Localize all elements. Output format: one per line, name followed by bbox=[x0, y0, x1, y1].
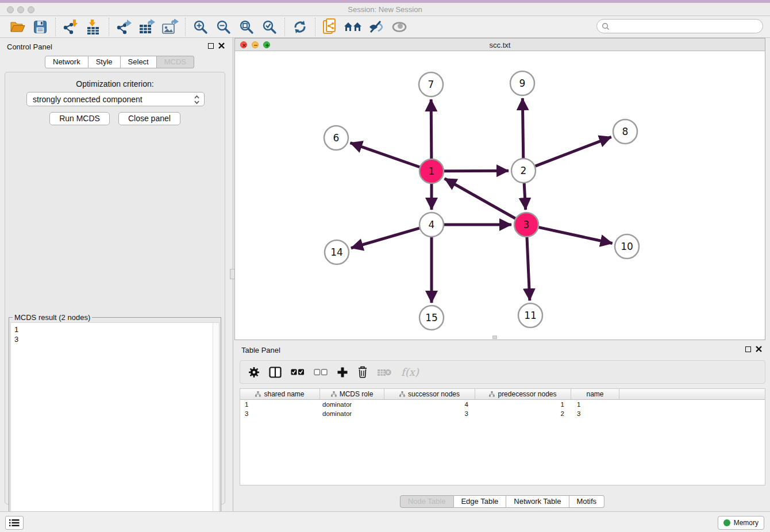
zoom-selected-icon bbox=[262, 20, 277, 34]
column-header-name[interactable]: name bbox=[571, 389, 619, 399]
edge-3-10[interactable] bbox=[538, 228, 612, 244]
table-row[interactable]: 1dominator411 bbox=[240, 400, 765, 409]
tab-style[interactable]: Style bbox=[88, 56, 121, 68]
network-window-titlebar[interactable]: scc.txt bbox=[235, 38, 765, 51]
tab-edge-table[interactable]: Edge Table bbox=[453, 495, 506, 508]
node-label: 3 bbox=[523, 219, 530, 230]
export-image-icon bbox=[161, 19, 179, 35]
node-label: 7 bbox=[428, 79, 434, 90]
show-panel-list-button[interactable] bbox=[5, 516, 24, 530]
edge-2-9[interactable] bbox=[522, 98, 523, 158]
graph-node-6[interactable]: 6 bbox=[324, 126, 348, 150]
home-button[interactable] bbox=[342, 17, 365, 37]
window-edge-strip bbox=[0, 0, 770, 3]
function-builder-button[interactable]: f(x) bbox=[401, 366, 419, 378]
save-session-button[interactable] bbox=[29, 17, 52, 37]
export-image-button[interactable] bbox=[159, 17, 182, 37]
table-cell-filler bbox=[619, 400, 765, 409]
table-cell: dominator bbox=[320, 400, 384, 409]
add-column-button[interactable] bbox=[337, 367, 348, 378]
plus-icon bbox=[337, 367, 348, 378]
network-view-title: scc.txt bbox=[235, 41, 765, 49]
graph-node-4[interactable]: 4 bbox=[419, 213, 444, 237]
export-table-button[interactable] bbox=[136, 17, 159, 37]
close-panel-icon[interactable] bbox=[218, 43, 225, 49]
import-network-icon bbox=[63, 19, 79, 35]
close-panel-button[interactable]: Close panel bbox=[118, 112, 180, 125]
delete-column-button[interactable] bbox=[357, 366, 368, 378]
result-scrollbar[interactable] bbox=[213, 323, 219, 532]
delete-table-button[interactable] bbox=[377, 367, 392, 377]
zoom-fit-button[interactable] bbox=[235, 17, 258, 37]
select-all-button[interactable] bbox=[291, 369, 305, 376]
tab-network[interactable]: Network bbox=[45, 56, 88, 68]
graph-node-2[interactable]: 2 bbox=[511, 159, 536, 183]
zoom-in-button[interactable] bbox=[189, 17, 212, 37]
edge-3-1[interactable] bbox=[445, 179, 515, 218]
criterion-select[interactable]: strongly connected component bbox=[26, 92, 205, 106]
tab-node-table[interactable]: Node Table bbox=[400, 495, 454, 508]
open-session-button[interactable] bbox=[6, 17, 29, 37]
graph-node-3[interactable]: 3 bbox=[514, 213, 538, 237]
graph-node-1[interactable]: 1 bbox=[419, 159, 444, 183]
homes-icon bbox=[344, 20, 363, 34]
graph-node-14[interactable]: 14 bbox=[325, 240, 349, 264]
import-network-button[interactable] bbox=[59, 17, 82, 37]
edge-1-7[interactable] bbox=[431, 99, 432, 159]
tab-select[interactable]: Select bbox=[121, 56, 157, 68]
table-panel: Table Panel bbox=[234, 342, 770, 510]
search-field[interactable] bbox=[596, 19, 763, 33]
list-icon bbox=[9, 519, 20, 527]
table-cell: 1 bbox=[240, 400, 320, 409]
float-table-panel-icon[interactable] bbox=[745, 346, 751, 352]
control-panel: Control Panel Network Style Select MCDS … bbox=[0, 38, 232, 511]
hide-panels-button[interactable] bbox=[365, 17, 388, 37]
import-table-button[interactable] bbox=[82, 17, 105, 37]
graph-node-15[interactable]: 15 bbox=[419, 306, 444, 330]
graph-node-11[interactable]: 11 bbox=[518, 303, 542, 327]
table-cell: 4 bbox=[384, 400, 475, 409]
edge-3-11[interactable] bbox=[527, 237, 530, 300]
table-toolbar: f(x) bbox=[240, 360, 765, 384]
show-panels-button[interactable] bbox=[388, 17, 411, 37]
graph-node-9[interactable]: 9 bbox=[510, 71, 534, 95]
apply-layout-button[interactable] bbox=[288, 17, 311, 37]
edge-1-6[interactable] bbox=[351, 143, 420, 167]
run-mcds-button[interactable]: Run MCDS bbox=[49, 112, 110, 125]
memory-button[interactable]: Memory bbox=[718, 516, 764, 530]
zoom-out-button[interactable] bbox=[212, 17, 235, 37]
view-resize-handle[interactable] bbox=[492, 336, 497, 339]
network-canvas[interactable]: 7968124314101511 bbox=[235, 51, 765, 340]
zoom-selected-button[interactable] bbox=[258, 17, 281, 37]
edge-1-2[interactable] bbox=[444, 171, 509, 171]
deselect-all-button[interactable] bbox=[314, 369, 328, 376]
table-settings-button[interactable] bbox=[248, 367, 260, 378]
tab-mcds[interactable]: MCDS bbox=[157, 56, 194, 68]
memory-status-icon bbox=[723, 519, 730, 526]
tab-motifs[interactable]: Motifs bbox=[569, 495, 605, 508]
table-row[interactable]: 3dominator323 bbox=[240, 409, 765, 418]
toggle-columns-button[interactable] bbox=[269, 367, 282, 378]
network-overview-button[interactable] bbox=[319, 17, 342, 37]
column-header-shared-name[interactable]: shared name bbox=[240, 389, 320, 399]
edge-2-3[interactable] bbox=[524, 183, 525, 210]
table-tabs: Node Table Edge Table Network Table Moti… bbox=[400, 495, 605, 508]
edge-4-14[interactable] bbox=[351, 228, 419, 248]
column-header-predecessor-nodes[interactable]: predecessor nodes bbox=[475, 389, 571, 399]
graph-node-10[interactable]: 10 bbox=[615, 234, 639, 259]
tab-network-table[interactable]: Network Table bbox=[506, 495, 569, 508]
export-network-button[interactable] bbox=[113, 17, 136, 37]
column-header-successor-nodes[interactable]: successor nodes bbox=[384, 389, 475, 399]
graph-node-8[interactable]: 8 bbox=[613, 119, 637, 144]
graph-node-7[interactable]: 7 bbox=[419, 72, 443, 97]
node-label: 9 bbox=[519, 78, 526, 89]
float-panel-icon[interactable] bbox=[208, 43, 214, 49]
search-input[interactable] bbox=[610, 21, 763, 32]
open-folder-icon bbox=[10, 20, 25, 33]
column-header-mcds-role[interactable]: MCDS role bbox=[320, 389, 384, 399]
network-view-window: scc.txt 7968124314101511 bbox=[234, 38, 765, 340]
optimization-criterion-label: Optimization criterion: bbox=[5, 79, 225, 88]
close-table-panel-icon[interactable] bbox=[756, 346, 762, 352]
edge-2-8[interactable] bbox=[536, 137, 611, 166]
mcds-result-area[interactable]: 1 3 bbox=[10, 322, 220, 532]
